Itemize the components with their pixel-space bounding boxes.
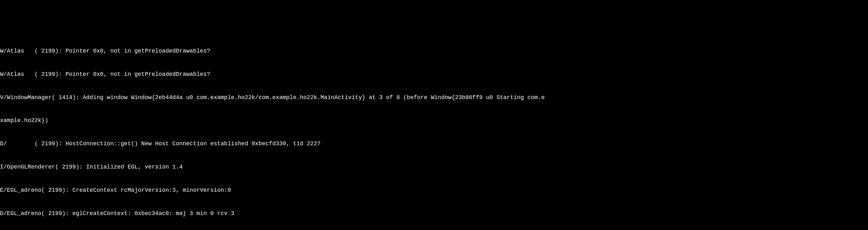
log-line: W/Atlas ( 2199): Pointer 0x0, not in get…	[0, 47, 868, 55]
logcat-output[interactable]: W/Atlas ( 2199): Pointer 0x0, not in get…	[0, 31, 868, 230]
log-line: E/EGL_adreno( 2199): CreateContext rcMaj…	[0, 186, 868, 194]
log-line: D/EGL_adreno( 2199): eglCreateContext: 0…	[0, 209, 868, 217]
log-line: D/ ( 2199): HostConnection::get() New Ho…	[0, 140, 868, 148]
log-line: V/WindowManager( 1414): Adding window Wi…	[0, 94, 868, 101]
log-line: I/OpenGLRenderer( 2199): Initialized EGL…	[0, 163, 868, 171]
log-line: W/Atlas ( 2199): Pointer 0x0, not in get…	[0, 70, 868, 78]
log-line: xample.ho22k})	[0, 117, 868, 124]
